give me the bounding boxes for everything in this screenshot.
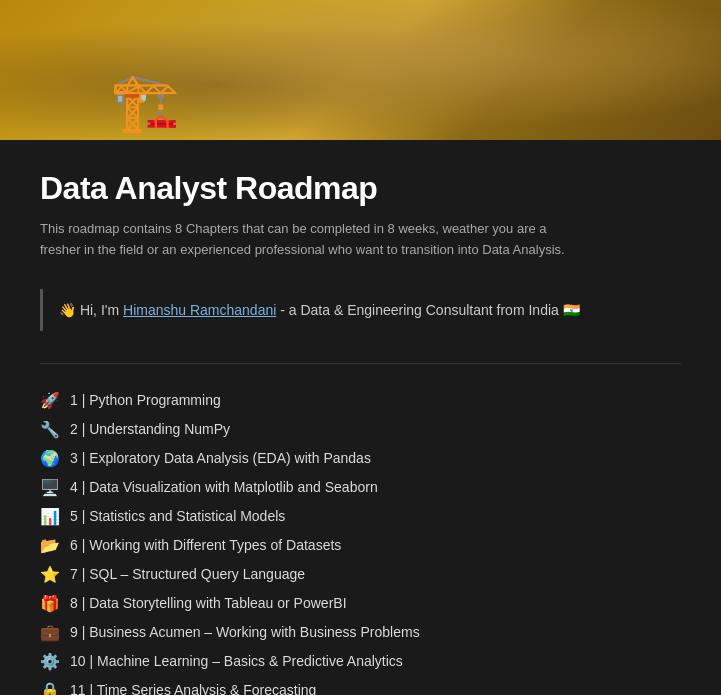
chapter-emoji: 🖥️ bbox=[40, 478, 62, 497]
author-suffix: - a Data & Engineering Consultant from I… bbox=[276, 302, 579, 318]
chapter-item[interactable]: 🖥️4 | Data Visualization with Matplotlib… bbox=[40, 475, 681, 500]
page-title: Data Analyst Roadmap bbox=[40, 170, 681, 207]
chapter-emoji: 🌍 bbox=[40, 449, 62, 468]
chapter-text: 5 | Statistics and Statistical Models bbox=[70, 508, 285, 524]
chapter-text: 3 | Exploratory Data Analysis (EDA) with… bbox=[70, 450, 371, 466]
chapter-emoji: 📂 bbox=[40, 536, 62, 555]
subtitle-text: This roadmap contains 8 Chapters that ca… bbox=[40, 219, 590, 261]
chapter-emoji: 💼 bbox=[40, 623, 62, 642]
chapter-item[interactable]: 📊5 | Statistics and Statistical Models bbox=[40, 504, 681, 529]
crane-icon: 🏗️ bbox=[110, 74, 180, 130]
chapter-emoji: 🔧 bbox=[40, 420, 62, 439]
chapter-item[interactable]: 🎁8 | Data Storytelling with Tableau or P… bbox=[40, 591, 681, 616]
content-area: Data Analyst Roadmap This roadmap contai… bbox=[0, 140, 721, 695]
author-link[interactable]: Himanshu Ramchandani bbox=[123, 302, 276, 318]
chapter-text: 7 | SQL – Structured Query Language bbox=[70, 566, 305, 582]
chapter-text: 1 | Python Programming bbox=[70, 392, 221, 408]
chapter-text: 11 | Time Series Analysis & Forecasting bbox=[70, 682, 316, 695]
chapter-text: 2 | Understanding NumPy bbox=[70, 421, 230, 437]
chapter-item[interactable]: ⚙️10 | Machine Learning – Basics & Predi… bbox=[40, 649, 681, 674]
chapter-emoji: 🚀 bbox=[40, 391, 62, 410]
chapter-emoji: ⚙️ bbox=[40, 652, 62, 671]
header-image: 🏗️ bbox=[0, 0, 721, 140]
divider bbox=[40, 363, 681, 364]
chapter-item[interactable]: 🔧2 | Understanding NumPy bbox=[40, 417, 681, 442]
chapter-item[interactable]: 💼9 | Business Acumen – Working with Busi… bbox=[40, 620, 681, 645]
chapter-emoji: 📊 bbox=[40, 507, 62, 526]
chapter-item[interactable]: 🌍3 | Exploratory Data Analysis (EDA) wit… bbox=[40, 446, 681, 471]
chapter-text: 4 | Data Visualization with Matplotlib a… bbox=[70, 479, 378, 495]
chapters-list: 🚀1 | Python Programming🔧2 | Understandin… bbox=[40, 388, 681, 695]
chapter-text: 10 | Machine Learning – Basics & Predict… bbox=[70, 653, 403, 669]
author-prefix: 👋 Hi, I'm bbox=[59, 302, 123, 318]
chapter-text: 9 | Business Acumen – Working with Busin… bbox=[70, 624, 420, 640]
chapter-item[interactable]: ⭐7 | SQL – Structured Query Language bbox=[40, 562, 681, 587]
chapter-item[interactable]: 🔒11 | Time Series Analysis & Forecasting bbox=[40, 678, 681, 695]
chapter-item[interactable]: 📂6 | Working with Different Types of Dat… bbox=[40, 533, 681, 558]
author-block: 👋 Hi, I'm Himanshu Ramchandani - a Data … bbox=[40, 289, 681, 331]
chapter-emoji: 🎁 bbox=[40, 594, 62, 613]
chapter-item[interactable]: 🚀1 | Python Programming bbox=[40, 388, 681, 413]
chapter-text: 6 | Working with Different Types of Data… bbox=[70, 537, 341, 553]
chapter-emoji: ⭐ bbox=[40, 565, 62, 584]
chapter-emoji: 🔒 bbox=[40, 681, 62, 695]
chapter-text: 8 | Data Storytelling with Tableau or Po… bbox=[70, 595, 347, 611]
